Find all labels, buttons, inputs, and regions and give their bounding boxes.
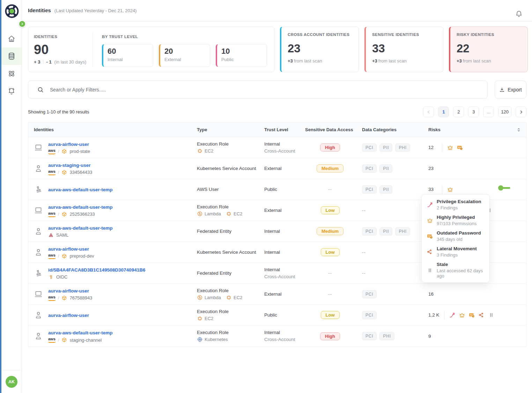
prev-page-button[interactable] [423, 106, 434, 117]
results-summary: Showing 1-10 of the 90 results [28, 109, 89, 114]
sidebar-item-data-inventory[interactable] [1, 47, 22, 65]
stats-row: IDENTITIES 90 + 3 - 1 (in last 30 days) … [28, 27, 528, 72]
trust-level-value: Internal [264, 228, 305, 235]
risks-cell: 33 [428, 185, 526, 194]
aws-logo-icon: aws [48, 295, 56, 301]
table-row[interactable]: aurva-airflow-user aws / prod-state Exec… [28, 137, 526, 158]
notifications-button[interactable] [515, 10, 523, 19]
sidebar-item-alerts[interactable] [1, 82, 22, 100]
page-button-120[interactable]: 120 [498, 106, 511, 117]
risk-count: 12 [428, 145, 437, 150]
empty-value: -- [362, 270, 366, 276]
type-cell: Kubernetes Service Account [197, 166, 264, 171]
data-categories-cell: -- [362, 208, 428, 213]
data-category-chip: PII [379, 185, 392, 194]
sidebar-item-connections[interactable] [1, 65, 22, 82]
sensitive-data-access-cell: Low [305, 248, 362, 256]
password-risk-icon[interactable] [457, 144, 463, 151]
table-row[interactable]: aurva-airflow-user Execution Role EC2 Pu… [28, 305, 526, 326]
stale-risk-icon[interactable] [488, 312, 495, 318]
account-label: preprod-dev [69, 253, 94, 259]
trust-level-value: Cross-Account [264, 273, 305, 280]
password-risk-icon[interactable] [468, 312, 475, 318]
identity-subline: aws / 334564433 [48, 170, 93, 175]
identity-link[interactable]: aurva-airflow-user [48, 313, 89, 318]
page-button-1[interactable]: 1 [438, 106, 449, 117]
identity-link[interactable]: aurva-staging-user [48, 163, 91, 168]
trust-level-cell: External [264, 165, 305, 172]
column-sensitive-data-access: Sensitive Data Access [305, 127, 362, 132]
trust-card-internal: 60 Internal [102, 44, 153, 67]
risks-cell: 12 [428, 143, 526, 152]
risk-title: Stale [437, 262, 485, 267]
identity-link[interactable]: aurva-airflow-user [48, 246, 89, 252]
type-label: Execution Role [197, 330, 264, 335]
page-button-2[interactable]: 2 [453, 106, 464, 117]
chevron-right-icon [21, 22, 24, 25]
risk-popup-item: Outdated Password 345 days old [427, 230, 485, 242]
trust-level-section: BY TRUST LEVEL 60 Internal 20 External 1… [102, 31, 267, 67]
trust-level-cell: Public [264, 312, 305, 319]
risky-identities-card: RISKY IDENTITIES 22 +3from last scan [449, 27, 528, 72]
type-label: Execution Role [197, 141, 264, 147]
card-note: +3from last scan [372, 58, 437, 64]
export-button[interactable]: Export [495, 81, 526, 98]
pagination: 123...120 [423, 106, 526, 117]
next-page-button[interactable] [516, 106, 526, 117]
escalation-risk-icon[interactable] [449, 312, 456, 318]
page-button-3[interactable]: 3 [468, 106, 479, 117]
separator: / [58, 253, 59, 259]
bell-icon [515, 10, 523, 18]
lambda-icon [197, 295, 203, 301]
trust-external-label: External [164, 57, 206, 62]
password-icon [427, 230, 433, 242]
lateral-risk-icon[interactable] [478, 312, 485, 318]
sidebar-expand-button[interactable] [19, 20, 26, 28]
table-row[interactable]: aurva-staging-user aws / 334564433 Kuber… [28, 158, 526, 179]
trust-level-label: BY TRUST LEVEL [102, 35, 267, 39]
crown-risk-icon[interactable] [459, 312, 465, 318]
table-row[interactable]: aurva-airflow-user aws / 767588943 Execu… [28, 284, 526, 305]
oidc-icon [48, 274, 54, 280]
identity-link[interactable]: aurva-aws-default-user-temp [48, 205, 113, 210]
type-label: AWS User [197, 187, 264, 192]
user-avatar[interactable]: AK [6, 376, 17, 388]
type-label: Kubernetes Service Account [197, 166, 264, 171]
type-cell: Execution Role LambdaEC2 [197, 204, 264, 217]
type-cell: Execution Role EC2 [197, 141, 264, 154]
column-type: Type [197, 127, 264, 132]
identity-cell: aurva-aws-default-user-temp aws / 252536… [28, 204, 197, 217]
trust-level-value: Public [264, 312, 305, 319]
results-row: Showing 1-10 of the 90 results 123...120 [28, 106, 526, 118]
sidebar-item-home[interactable] [1, 30, 22, 47]
risks-cell: 16 [428, 291, 526, 297]
type-tag-lambda: Lambda [197, 295, 221, 301]
identity-link[interactable]: aurva-airflow-user [48, 288, 89, 294]
risks-cell: 9 [428, 334, 526, 339]
identity-link[interactable]: aurva-aws-default-user-temp [48, 330, 113, 335]
page-ellipsis[interactable]: ... [483, 106, 494, 117]
trust-card-public: 10 Public [216, 44, 267, 67]
identity-link[interactable]: aurva-airflow-user [48, 142, 89, 147]
data-category-chip: PCI [362, 164, 377, 173]
identity-link[interactable]: id/5B4A4FACA8D3B1C149508D30740941B6 [48, 267, 145, 273]
identity-link[interactable]: aurva-aws-default-user-temp [48, 225, 113, 231]
risk-popup-item: Stale Last accessed 62 days ago [427, 262, 485, 279]
card-label: CROSS ACCOUNT IDENTITIES [288, 32, 352, 37]
data-category-chip: PCI [362, 227, 377, 236]
download-icon [499, 87, 505, 92]
search-input[interactable] [50, 87, 482, 92]
identity-link[interactable]: aurva-aws-default-user-temp [48, 187, 113, 192]
saml-icon [48, 232, 54, 238]
sort-button[interactable] [516, 127, 521, 132]
trust-level-cell: Internal [264, 228, 305, 235]
data-categories-cell: PCI [362, 290, 428, 298]
crown-risk-icon[interactable] [447, 186, 453, 193]
crown-risk-icon[interactable] [447, 144, 453, 151]
risk-count: 1.2 K [428, 312, 439, 318]
risk-title: Privilege Escalation [437, 199, 485, 204]
table-row[interactable]: aurva-aws-default-user-temp aws / stagin… [28, 326, 526, 347]
sensitivity-badge: Low [321, 248, 340, 256]
risk-count: 23 [428, 166, 437, 171]
data-categories-cell: -- [362, 250, 428, 255]
